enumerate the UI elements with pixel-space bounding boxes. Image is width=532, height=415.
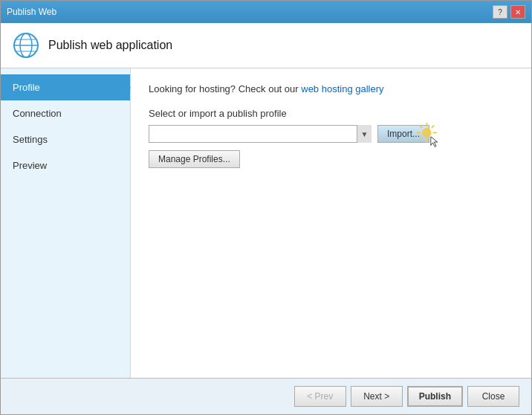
svg-marker-14 — [431, 137, 438, 147]
sidebar-item-connection[interactable]: Connection — [1, 100, 130, 126]
hosting-link-row: Looking for hosting? Check out our web h… — [149, 83, 513, 94]
import-button[interactable]: Import... — [377, 125, 429, 143]
close-button[interactable]: Close — [467, 386, 519, 407]
sidebar: Profile Connection Settings Preview — [1, 68, 131, 378]
title-bar: Publish Web ? ✕ — [1, 1, 531, 23]
window-close-button[interactable]: ✕ — [510, 5, 525, 19]
header-title: Publish web application — [48, 39, 172, 52]
hosting-text: Looking for hosting? Check out our — [149, 83, 301, 94]
publish-button[interactable]: Publish — [407, 386, 463, 407]
svg-line-11 — [432, 138, 435, 141]
profile-row: ▼ Import... — [149, 125, 513, 143]
sidebar-item-profile[interactable]: Profile — [1, 74, 130, 100]
sidebar-item-settings-label: Settings — [13, 134, 48, 145]
sidebar-item-profile-label: Profile — [13, 82, 40, 93]
main-content: Looking for hosting? Check out our web h… — [131, 68, 531, 378]
sidebar-item-settings[interactable]: Settings — [1, 126, 130, 152]
manage-profiles-button[interactable]: Manage Profiles... — [149, 150, 240, 168]
sidebar-item-preview[interactable]: Preview — [1, 152, 130, 178]
select-label: Select or import a publish profile — [149, 108, 513, 119]
help-button[interactable]: ? — [493, 5, 507, 19]
hosting-link[interactable]: web hosting gallery — [301, 83, 383, 94]
window-title: Publish Web — [7, 7, 56, 17]
sidebar-item-connection-label: Connection — [13, 108, 62, 119]
header-section: Publish web application — [1, 23, 531, 68]
publish-web-window: Publish Web ? ✕ Publish web application … — [0, 0, 532, 415]
profile-dropdown-wrapper: ▼ — [149, 125, 372, 143]
sidebar-item-preview-label: Preview — [13, 160, 47, 171]
manage-profiles-row: Manage Profiles... — [149, 150, 513, 168]
svg-line-12 — [432, 126, 435, 129]
content-area: Profile Connection Settings Preview Look… — [1, 68, 531, 378]
prev-button[interactable]: < Prev — [294, 386, 346, 407]
globe-icon — [13, 32, 39, 59]
next-button[interactable]: Next > — [351, 386, 403, 407]
title-bar-buttons: ? ✕ — [493, 5, 525, 19]
footer: < Prev Next > Publish Close — [1, 378, 531, 414]
profile-dropdown[interactable] — [149, 125, 372, 143]
